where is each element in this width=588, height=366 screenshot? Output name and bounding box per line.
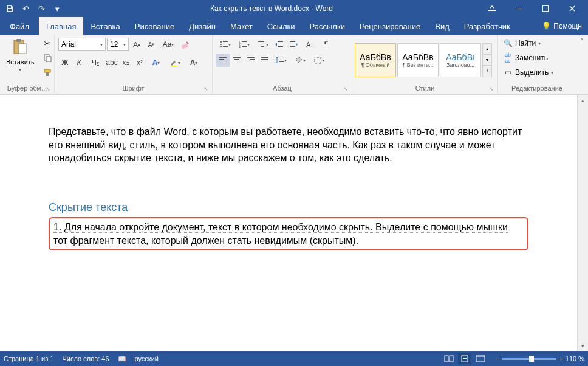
show-marks-icon[interactable]: ¶ xyxy=(320,38,333,51)
grow-font-icon[interactable]: A▴ xyxy=(130,38,143,51)
bold-button[interactable]: Ж xyxy=(58,56,72,69)
select-button[interactable]: ▭Выделить▾ xyxy=(501,66,556,79)
font-size-combo[interactable]: 12▾ xyxy=(107,38,129,51)
strikethrough-button[interactable]: abc xyxy=(105,56,118,69)
svg-text:3: 3 xyxy=(239,45,241,48)
tab-mailings[interactable]: Рассылки xyxy=(303,17,352,35)
superscript-button[interactable]: x² xyxy=(133,56,146,69)
ribbon-options-icon[interactable] xyxy=(479,0,505,17)
cut-icon[interactable]: ✂ xyxy=(41,36,54,50)
svg-rect-29 xyxy=(278,41,283,42)
replace-icon: abac xyxy=(503,52,513,64)
font-color-icon[interactable]: A▾ xyxy=(185,56,203,69)
collapse-ribbon-icon[interactable]: ˄ xyxy=(580,38,584,46)
save-icon[interactable] xyxy=(2,1,17,16)
tell-me[interactable]: 💡 Помощн xyxy=(542,17,588,35)
svg-rect-40 xyxy=(234,59,239,60)
svg-rect-42 xyxy=(234,63,239,63)
minimize-icon[interactable] xyxy=(505,0,532,17)
tab-layout[interactable]: Макет xyxy=(223,17,260,35)
svg-rect-30 xyxy=(278,44,283,44)
styles-scroll-down-icon[interactable]: ▾ xyxy=(483,55,491,66)
styles-expand-icon[interactable]: ⁞ xyxy=(483,66,491,77)
tab-draw[interactable]: Рисование xyxy=(128,17,182,35)
align-left-icon[interactable] xyxy=(216,54,230,67)
web-layout-icon[interactable] xyxy=(474,353,487,364)
svg-rect-39 xyxy=(233,57,241,58)
style-no-spacing[interactable]: АаБбВв ¶ Без инте... xyxy=(397,43,439,77)
tab-file[interactable]: Файл xyxy=(0,17,39,35)
paste-button[interactable]: Вставить ▾ xyxy=(2,36,38,74)
dialog-launcher-icon[interactable]: ⤡ xyxy=(46,86,50,92)
zoom-in-icon[interactable]: + xyxy=(559,355,562,362)
font-name-combo[interactable]: Arial▾ xyxy=(58,38,106,51)
qat-customize-icon[interactable]: ▾ xyxy=(50,1,64,16)
tab-insert[interactable]: Вставка xyxy=(83,17,127,35)
borders-icon[interactable]: ▾ xyxy=(310,54,328,67)
undo-icon[interactable]: ↶ xyxy=(18,1,33,16)
increase-indent-icon[interactable] xyxy=(287,38,300,51)
maximize-icon[interactable] xyxy=(532,0,559,17)
change-case-icon[interactable]: Aa▾ xyxy=(159,38,177,51)
svg-rect-52 xyxy=(279,60,284,60)
italic-button[interactable]: К xyxy=(72,56,86,69)
find-button[interactable]: 🔍Найти▾ xyxy=(501,36,556,50)
dialog-launcher-icon[interactable]: ⤡ xyxy=(489,86,494,92)
vertical-scrollbar[interactable]: ▴ ▾ xyxy=(577,95,588,351)
tab-design[interactable]: Дизайн xyxy=(182,17,223,35)
tab-home[interactable]: Главная xyxy=(39,17,83,35)
multilevel-list-icon[interactable]: ▾ xyxy=(254,38,272,51)
group-editing-label: Редактирование xyxy=(511,85,562,92)
read-mode-icon[interactable] xyxy=(442,353,456,364)
redo-icon[interactable]: ↷ xyxy=(34,1,49,16)
decrease-indent-icon[interactable] xyxy=(273,38,286,51)
numbering-icon[interactable]: 123▾ xyxy=(235,38,253,51)
print-layout-icon[interactable] xyxy=(458,353,471,364)
shrink-font-icon[interactable]: A▾ xyxy=(145,38,158,51)
zoom-level[interactable]: 110 % xyxy=(566,355,584,362)
clear-formatting-icon[interactable] xyxy=(179,38,192,51)
tab-view[interactable]: Вид xyxy=(428,17,457,35)
scroll-up-icon[interactable]: ▴ xyxy=(578,95,588,106)
svg-rect-3 xyxy=(516,9,522,9)
svg-rect-33 xyxy=(290,44,295,44)
text-effects-icon[interactable]: A▾ xyxy=(147,56,165,69)
bullets-icon[interactable]: ▾ xyxy=(216,38,234,51)
style-normal[interactable]: АаБбВв ¶ Обычный xyxy=(355,43,396,77)
tab-references[interactable]: Ссылки xyxy=(260,17,303,35)
tab-review[interactable]: Рецензирование xyxy=(352,17,428,35)
underline-button[interactable]: Ч▾ xyxy=(86,56,104,69)
zoom-out-icon[interactable]: − xyxy=(496,355,499,362)
style-heading[interactable]: АаБбВı Заголово... xyxy=(440,43,481,77)
scroll-down-icon[interactable]: ▾ xyxy=(578,340,588,351)
group-font-label: Шрифт xyxy=(122,85,144,92)
close-icon[interactable] xyxy=(559,0,586,17)
status-page[interactable]: Страница 1 из 1 xyxy=(4,355,53,362)
align-right-icon[interactable] xyxy=(244,54,258,67)
styles-scroll-up-icon[interactable]: ▴ xyxy=(483,44,491,55)
svg-rect-11 xyxy=(46,72,49,76)
copy-icon[interactable] xyxy=(41,51,54,64)
svg-rect-47 xyxy=(261,57,268,58)
status-word-count[interactable]: Число слов: 46 xyxy=(62,355,109,362)
document-page[interactable]: Представьте, что в файл Word, с которым … xyxy=(0,95,577,351)
dialog-launcher-icon[interactable]: ⤡ xyxy=(203,86,208,92)
justify-icon[interactable] xyxy=(258,54,272,67)
shading-icon[interactable]: ▾ xyxy=(291,54,309,67)
highlight-icon[interactable]: ▾ xyxy=(166,56,184,69)
sort-icon[interactable]: A↓ xyxy=(301,38,319,51)
spellcheck-icon[interactable]: 📖 xyxy=(118,355,126,363)
window-title: Как скрыть текст в Word.docx - Word xyxy=(64,4,479,13)
line-spacing-icon[interactable]: ▾ xyxy=(272,54,290,67)
zoom-slider[interactable] xyxy=(502,358,556,360)
replace-button[interactable]: abacЗаменить xyxy=(501,51,556,64)
svg-rect-32 xyxy=(290,41,295,42)
svg-rect-44 xyxy=(250,59,255,60)
tab-developer[interactable]: Разработчик xyxy=(457,17,518,35)
format-painter-icon[interactable] xyxy=(41,66,54,79)
dialog-launcher-icon[interactable]: ⤡ xyxy=(343,86,348,92)
subscript-button[interactable]: x₂ xyxy=(119,56,132,69)
align-center-icon[interactable] xyxy=(230,54,244,67)
group-clipboard-label: Буфер обм... xyxy=(7,85,47,92)
status-language[interactable]: русский xyxy=(135,355,159,362)
